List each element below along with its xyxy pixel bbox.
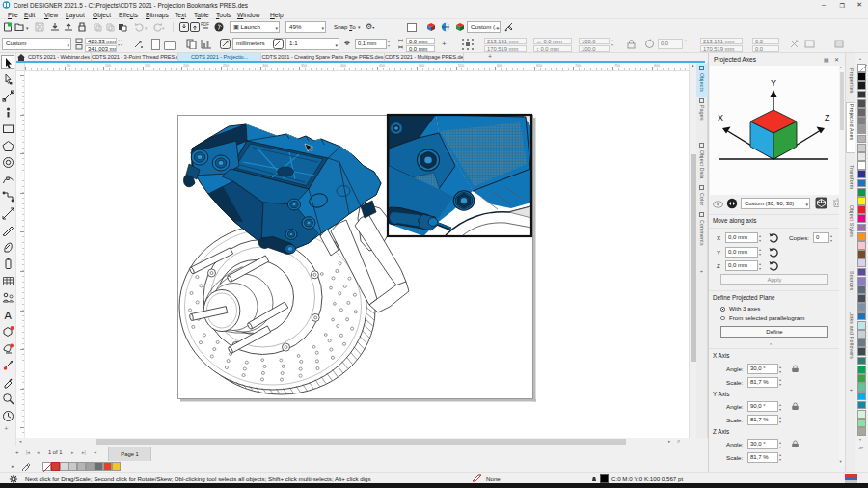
svg-text:A: A [4,310,12,321]
svg-text:X: X [718,113,723,122]
svg-text:Z: Z [825,113,830,122]
svg-text:PDF: PDF [201,22,209,27]
svg-text:Y: Y [771,78,776,88]
